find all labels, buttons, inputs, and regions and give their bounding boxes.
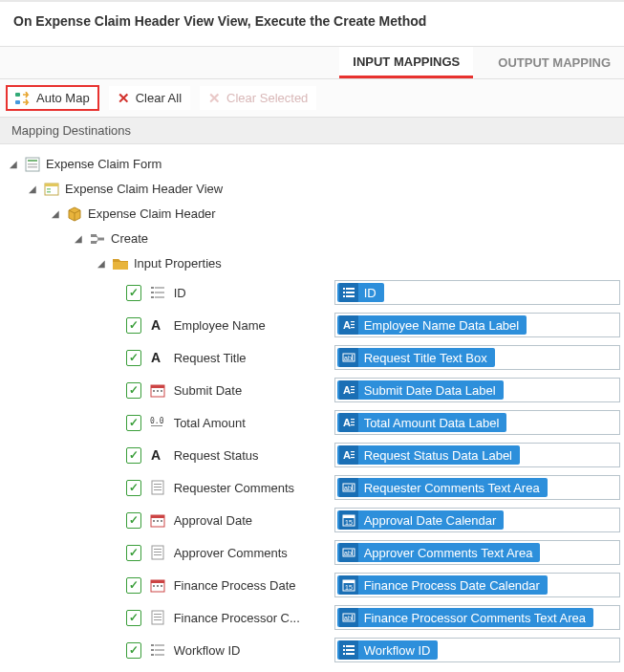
mapping-chip[interactable]: abRequest Title Text Box: [337, 348, 495, 367]
property-type-icon: A: [149, 316, 165, 334]
clear-all-button[interactable]: ✕ Clear All: [109, 86, 190, 110]
property-checkbox[interactable]: ✓: [126, 480, 141, 496]
mapping-chip[interactable]: 15Finance Process Date Calendar: [337, 575, 548, 595]
svg-rect-21: [343, 292, 345, 293]
tab-input-mappings[interactable]: INPUT MAPPINGS: [339, 47, 473, 78]
automap-button[interactable]: Auto Map: [6, 85, 99, 111]
mapping-value-input[interactable]: AEmployee Name Data Label: [334, 313, 620, 337]
property-checkbox[interactable]: ✓: [126, 447, 141, 464]
collapse-icon[interactable]: ◢: [73, 233, 84, 245]
mapping-chip[interactable]: abApprover Comments Text Area: [337, 543, 541, 562]
svg-rect-55: [154, 484, 161, 485]
property-checkbox[interactable]: ✓: [126, 350, 141, 366]
svg-rect-99: [343, 649, 345, 651]
mapping-value-input[interactable]: ASubmit Date Data Label: [334, 378, 620, 402]
clear-selected-button: ✕ Clear Selected: [200, 86, 316, 110]
tree-node-smartobject[interactable]: ◢ Expense Claim Header: [4, 202, 620, 227]
svg-rect-87: [154, 619, 161, 620]
svg-rect-52: [351, 454, 355, 455]
svg-rect-101: [343, 653, 345, 655]
property-label: Requester Comments: [174, 481, 327, 495]
property-checkbox[interactable]: ✓: [126, 285, 141, 301]
mapping-chip[interactable]: 15Approval Date Calendar: [337, 510, 505, 530]
mapping-chip[interactable]: ATotal Amount Data Label: [337, 413, 507, 432]
svg-rect-5: [28, 166, 37, 168]
collapse-icon[interactable]: ◢: [96, 258, 107, 270]
mapping-chip[interactable]: Workflow ID: [337, 640, 439, 660]
mapping-value-input[interactable]: ARequest Status Data Label: [334, 443, 620, 467]
mapping-value-input[interactable]: 15Approval Date Calendar: [334, 508, 620, 532]
collapse-icon[interactable]: ◢: [50, 208, 61, 220]
mapping-chip[interactable]: abRequester Comments Text Area: [337, 478, 548, 497]
tree-node-label: Expense Claim Header View: [65, 180, 223, 199]
property-checkbox[interactable]: ✓: [126, 545, 141, 561]
mapping-chip[interactable]: ASubmit Date Data Label: [337, 380, 504, 400]
svg-rect-47: [351, 422, 355, 423]
property-label: Finance Processor C...: [174, 611, 327, 625]
tab-output-mappings[interactable]: OUTPUT MAPPING: [484, 47, 624, 78]
svg-rect-37: [157, 390, 159, 392]
svg-text:A: A: [151, 317, 161, 333]
svg-rect-33: [352, 355, 353, 360]
mapping-value-input[interactable]: abApprover Comments Text Area: [334, 540, 620, 565]
collapse-icon[interactable]: ◢: [8, 159, 19, 170]
mapping-chip[interactable]: abFinance Processor Comments Text Area: [337, 608, 593, 627]
property-row: ✓Requester CommentsabRequester Comments …: [4, 471, 620, 504]
mapping-value-input[interactable]: ATotal Amount Data Label: [334, 410, 620, 435]
svg-rect-51: [351, 451, 355, 452]
property-checkbox[interactable]: ✓: [126, 512, 141, 529]
property-label: Submit Date: [174, 383, 327, 398]
property-row: ✓Submit DateASubmit Date Data Label: [4, 374, 620, 406]
property-checkbox[interactable]: ✓: [126, 577, 141, 594]
automap-icon: [15, 92, 31, 105]
property-row: ✓Approver CommentsabApprover Comments Te…: [4, 536, 620, 569]
folder-icon: [113, 257, 128, 271]
chip-type-icon: A: [339, 380, 358, 400]
mapping-value-input[interactable]: abRequest Title Text Box: [334, 345, 620, 370]
svg-text:A: A: [343, 417, 351, 428]
svg-rect-64: [157, 520, 159, 522]
svg-text:A: A: [151, 447, 161, 463]
property-checkbox[interactable]: ✓: [126, 382, 141, 399]
property-label: Request Status: [174, 448, 327, 463]
tree-node-method[interactable]: ◢ Create: [4, 227, 620, 251]
mapping-value-input[interactable]: abRequester Comments Text Area: [334, 475, 620, 500]
property-type-icon: [149, 511, 165, 529]
tree-node-form[interactable]: ◢ Expense Claim Form: [4, 152, 620, 177]
collapse-icon[interactable]: ◢: [27, 184, 38, 195]
chip-label: Approver Comments Text Area: [364, 546, 533, 560]
property-checkbox[interactable]: ✓: [126, 415, 141, 431]
chip-type-icon: 15: [339, 575, 358, 595]
svg-rect-46: [351, 419, 355, 420]
property-row: ✓Workflow IDWorkflow ID: [4, 634, 620, 666]
property-checkbox[interactable]: ✓: [126, 610, 141, 626]
mapping-value-input[interactable]: 15Finance Process Date Calendar: [334, 573, 620, 597]
chip-label: Total Amount Data Label: [364, 416, 500, 430]
svg-rect-20: [346, 288, 355, 290]
property-type-icon: [149, 544, 165, 561]
tree-node-view[interactable]: ◢ Expense Claim Header View: [4, 177, 620, 202]
property-checkbox[interactable]: ✓: [126, 642, 141, 659]
property-checkbox[interactable]: ✓: [126, 317, 141, 334]
svg-rect-85: [154, 614, 161, 615]
mapping-value-input[interactable]: abFinance Processor Comments Text Area: [334, 605, 620, 630]
mapping-chip[interactable]: ARequest Status Data Label: [337, 445, 520, 465]
svg-rect-44: [151, 425, 162, 426]
mapping-chip[interactable]: ID: [337, 283, 384, 302]
mapping-tabs: INPUT MAPPINGS OUTPUT MAPPING: [0, 46, 624, 78]
property-row: ✓ARequest StatusARequest Status Data Lab…: [4, 439, 620, 471]
svg-rect-23: [343, 295, 345, 297]
chip-type-icon: 15: [339, 510, 358, 530]
tree-node-input-properties[interactable]: ◢ Input Properties: [4, 251, 620, 276]
mapping-value-input[interactable]: Workflow ID: [334, 638, 620, 662]
chip-type-icon: A: [339, 445, 358, 465]
mapping-chip[interactable]: AEmployee Name Data Label: [337, 315, 527, 335]
svg-text:15: 15: [345, 519, 353, 526]
property-row: ✓ARequest TitleabRequest Title Text Box: [4, 341, 620, 374]
property-type-icon: [149, 609, 165, 626]
svg-rect-0: [15, 93, 20, 97]
mapping-value-input[interactable]: ID: [334, 280, 620, 305]
property-type-icon: [149, 576, 165, 594]
svg-rect-19: [343, 288, 345, 290]
svg-text:ab: ab: [344, 355, 352, 361]
